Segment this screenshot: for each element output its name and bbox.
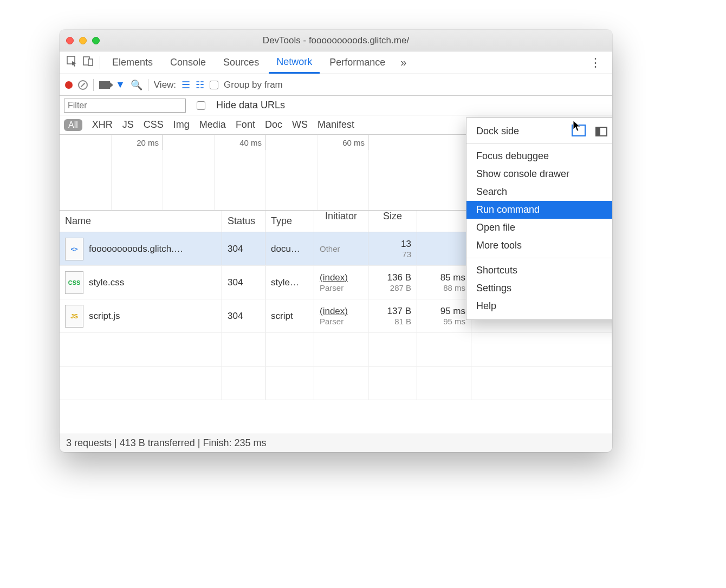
time-2: 88 ms bbox=[443, 283, 465, 292]
menu-show-console-drawer[interactable]: Show console drawer Esc bbox=[466, 165, 612, 183]
tab-console[interactable]: Console bbox=[163, 51, 213, 74]
filter-bar: Hide data URLs bbox=[60, 96, 612, 115]
record-button[interactable] bbox=[65, 81, 73, 89]
time-1: 85 ms bbox=[440, 272, 465, 283]
type-ws[interactable]: WS bbox=[292, 119, 308, 130]
menu-separator bbox=[466, 143, 612, 144]
request-status: 304 bbox=[222, 266, 265, 299]
css-file-icon: CSS bbox=[65, 271, 83, 294]
dock-left-icon[interactable] bbox=[595, 127, 607, 136]
request-type: style… bbox=[265, 266, 314, 299]
time-1: 95 ms bbox=[440, 306, 465, 317]
menu-focus-debuggee[interactable]: Focus debuggee bbox=[466, 147, 612, 165]
size-2: 73 bbox=[402, 250, 411, 259]
tick-20: 20 ms bbox=[60, 135, 163, 150]
devtools-window: DevTools - fooooooooods.glitch.me/ Eleme… bbox=[60, 30, 612, 452]
initiator-sub: Parser bbox=[320, 283, 343, 292]
header-status[interactable]: Status bbox=[222, 211, 265, 232]
menu-help[interactable]: Help ▶ bbox=[466, 297, 612, 315]
device-toolbar-icon[interactable] bbox=[81, 56, 95, 69]
window-title: DevTools - fooooooooods.glitch.me/ bbox=[60, 35, 612, 46]
clear-button[interactable] bbox=[78, 80, 88, 90]
table-row-empty bbox=[60, 367, 612, 400]
filter-input[interactable] bbox=[64, 99, 186, 113]
dock-side-label: Dock side bbox=[476, 126, 519, 137]
group-by-frame-label: Group by fram bbox=[224, 80, 283, 90]
menu-shortcuts[interactable]: Shortcuts bbox=[466, 262, 612, 279]
cursor-icon bbox=[573, 120, 582, 135]
large-rows-icon[interactable]: ☰ bbox=[182, 79, 190, 91]
table-row-empty bbox=[60, 333, 612, 367]
type-font[interactable]: Font bbox=[236, 119, 255, 130]
header-name[interactable]: Name bbox=[60, 211, 222, 232]
group-by-frame-checkbox[interactable] bbox=[210, 81, 218, 89]
hide-data-urls-checkbox[interactable] bbox=[197, 101, 205, 110]
network-toolbar: ▼ 🔍 View: ☰ ☷ Group by fram bbox=[60, 74, 612, 96]
hide-data-urls-label: Hide data URLs bbox=[216, 100, 285, 111]
initiator: Other bbox=[320, 244, 340, 253]
document-file-icon: <> bbox=[65, 238, 83, 260]
type-manifest[interactable]: Manifest bbox=[317, 119, 354, 130]
view-label: View: bbox=[154, 80, 176, 90]
menu-search[interactable]: Search ⌘ ⌥ F bbox=[466, 183, 612, 201]
titlebar: DevTools - fooooooooods.glitch.me/ bbox=[60, 30, 612, 51]
separator bbox=[100, 56, 100, 69]
settings-kebab-icon[interactable]: ⋮ bbox=[585, 56, 607, 70]
request-name: fooooooooods.glitch.… bbox=[89, 244, 183, 254]
screenshot-icon[interactable] bbox=[99, 81, 110, 89]
size-1: 137 B bbox=[387, 306, 411, 317]
initiator-link[interactable]: (index) bbox=[320, 272, 348, 283]
header-time[interactable] bbox=[417, 211, 471, 232]
request-status: 304 bbox=[222, 299, 265, 332]
main-menu: Dock side Focus debuggee Show console dr… bbox=[466, 117, 612, 320]
search-icon[interactable]: 🔍 bbox=[131, 79, 142, 91]
header-initiator[interactable]: Initiator bbox=[314, 211, 368, 232]
type-img[interactable]: Img bbox=[173, 119, 190, 130]
initiator-sub: Parser bbox=[320, 317, 343, 326]
js-file-icon: JS bbox=[65, 305, 83, 328]
more-tabs-icon[interactable]: » bbox=[400, 56, 406, 69]
type-doc[interactable]: Doc bbox=[265, 119, 282, 130]
request-name: style.css bbox=[89, 277, 124, 288]
menu-open-file[interactable]: Open file ⌘ P bbox=[466, 219, 612, 237]
menu-more-tools[interactable]: More tools ▶ bbox=[466, 237, 612, 254]
request-type: script bbox=[265, 299, 314, 332]
tab-network[interactable]: Network bbox=[269, 51, 320, 74]
panel-tabs: Elements Console Sources Network Perform… bbox=[60, 51, 612, 74]
status-bar: 3 requests | 413 B transferred | Finish:… bbox=[60, 434, 612, 452]
overview-icon[interactable]: ☷ bbox=[196, 79, 204, 91]
tab-sources[interactable]: Sources bbox=[216, 51, 267, 74]
type-js[interactable]: JS bbox=[122, 119, 134, 130]
inspect-element-icon[interactable] bbox=[65, 56, 79, 69]
menu-separator bbox=[466, 258, 612, 258]
tab-performance[interactable]: Performance bbox=[322, 51, 393, 74]
type-xhr[interactable]: XHR bbox=[92, 119, 113, 130]
type-css[interactable]: CSS bbox=[144, 119, 164, 130]
initiator-link[interactable]: (index) bbox=[320, 306, 348, 317]
filter-toggle-icon[interactable]: ▼ bbox=[115, 79, 125, 90]
time-2: 95 ms bbox=[443, 317, 465, 326]
menu-settings[interactable]: Settings F1 bbox=[466, 279, 612, 297]
svg-rect-2 bbox=[88, 59, 93, 66]
tick-40: 40 ms bbox=[163, 135, 265, 150]
menu-run-command[interactable]: Run command ⌘ ⇧ P bbox=[466, 201, 612, 219]
size-2: 81 B bbox=[394, 317, 411, 326]
header-type[interactable]: Type bbox=[265, 211, 314, 232]
request-status: 304 bbox=[222, 232, 265, 265]
tab-elements[interactable]: Elements bbox=[105, 51, 160, 74]
status-text: 3 requests | 413 B transferred | Finish:… bbox=[66, 437, 267, 449]
request-type: docu… bbox=[265, 232, 314, 265]
header-size[interactable]: Size bbox=[368, 211, 417, 232]
request-name: script.js bbox=[89, 311, 120, 322]
dock-side-row: Dock side bbox=[466, 122, 612, 140]
type-media[interactable]: Media bbox=[199, 119, 226, 130]
type-all[interactable]: All bbox=[64, 119, 82, 131]
size-2: 287 B bbox=[390, 283, 411, 292]
size-1: 136 B bbox=[387, 272, 411, 283]
size-1: 13 bbox=[401, 239, 411, 250]
tick-60: 60 ms bbox=[265, 135, 368, 150]
